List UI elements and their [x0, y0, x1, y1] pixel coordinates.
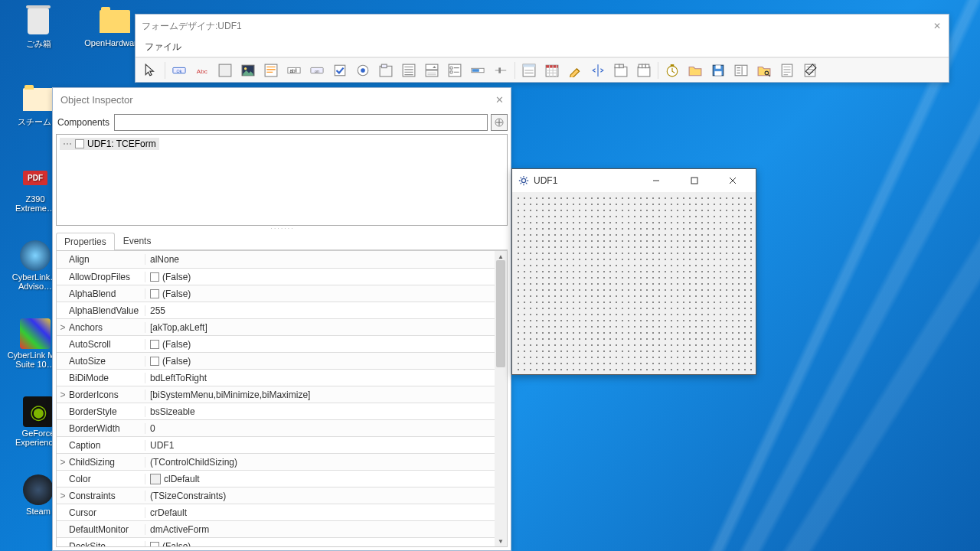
property-row[interactable]: ColorclDefault	[57, 470, 495, 487]
form-designer-title: フォームデザイナ:UDF1	[142, 20, 242, 33]
findfile-component-icon[interactable]	[753, 60, 775, 80]
property-row[interactable]: >BorderIcons[biSystemMenu,biMinimize,biM…	[57, 386, 495, 403]
combobox-component-icon[interactable]	[421, 60, 443, 80]
property-value[interactable]: 0	[145, 423, 495, 434]
property-value[interactable]: clDefault	[145, 474, 495, 484]
property-row[interactable]: BorderWidth0	[57, 419, 495, 436]
preview-form-canvas[interactable]	[515, 195, 753, 371]
property-row[interactable]: AlphaBlend(False)	[57, 285, 495, 302]
tabcontrol-component-icon[interactable]	[633, 60, 655, 80]
expand-icon[interactable]: >	[57, 491, 69, 501]
property-value[interactable]: bdLeftToRight	[145, 373, 495, 383]
label-component-icon[interactable]: Abc	[191, 60, 213, 80]
togglebox-component-icon[interactable]: on	[306, 60, 328, 80]
property-row[interactable]: >Constraints(TSizeConstraints)	[57, 487, 495, 504]
property-row[interactable]: DefaultMonitordmActiveForm	[57, 520, 495, 537]
panel-component-icon[interactable]	[214, 60, 236, 80]
calendar-component-icon[interactable]	[541, 60, 563, 80]
property-row[interactable]: >ChildSizing(TControlChildSizing)	[57, 453, 495, 470]
object-inspector-titlebar[interactable]: Object Inspector ✕	[53, 88, 511, 111]
groupbox-component-icon[interactable]	[375, 60, 397, 80]
property-value[interactable]: (TSizeConstraints)	[145, 491, 495, 501]
tab-properties[interactable]: Properties	[56, 233, 115, 250]
property-value[interactable]: UDF1	[145, 440, 495, 451]
savedialog-component-icon[interactable]	[707, 60, 729, 80]
scrollbar[interactable]: ▲ ▼	[495, 251, 507, 546]
property-row[interactable]: AutoSize(False)	[57, 352, 495, 369]
property-row[interactable]: >Anchors[akTop,akLeft]	[57, 318, 495, 335]
property-row[interactable]: AutoScroll(False)	[57, 335, 495, 352]
property-value[interactable]: alNone	[145, 254, 495, 265]
property-value[interactable]: [akTop,akLeft]	[145, 322, 495, 333]
expand-icon[interactable]: >	[57, 390, 69, 400]
pointer-tool-icon[interactable]	[140, 60, 162, 80]
property-value[interactable]: (False)	[145, 272, 495, 282]
checkbox-icon[interactable]	[150, 357, 159, 366]
color-swatch[interactable]	[150, 474, 161, 484]
listview-component-icon[interactable]	[518, 60, 540, 80]
property-value[interactable]: (False)	[145, 339, 495, 350]
property-row[interactable]: AlphaBlendValue255	[57, 302, 495, 318]
tab-events[interactable]: Events	[115, 232, 160, 249]
close-button[interactable]: ✕	[929, 18, 946, 34]
property-value[interactable]: 255	[145, 305, 495, 316]
close-button[interactable]	[716, 170, 750, 191]
listbox-component-icon[interactable]	[398, 60, 420, 80]
desktop-icon-recycle-bin[interactable]: ごみ箱	[8, 6, 69, 50]
property-value-text: crDefault	[150, 507, 187, 518]
edit-component-icon[interactable]: ab	[283, 60, 305, 80]
image-component-icon[interactable]	[237, 60, 259, 80]
expand-icon[interactable]: >	[57, 457, 69, 468]
property-value[interactable]: (False)	[145, 289, 495, 299]
checkbox-icon[interactable]	[150, 340, 159, 349]
radiogroup-component-icon[interactable]	[444, 60, 466, 80]
property-row[interactable]: BiDiModebdLeftToRight	[57, 369, 495, 386]
property-value[interactable]: (False)	[145, 541, 495, 548]
property-row[interactable]: BorderStylebsSizeable	[57, 403, 495, 419]
property-row[interactable]: CursorcrDefault	[57, 504, 495, 520]
progressbar-component-icon[interactable]	[467, 60, 488, 80]
splitter-component-icon[interactable]	[587, 60, 609, 80]
timer-component-icon[interactable]	[662, 60, 683, 80]
form-designer-titlebar[interactable]: フォームデザイナ:UDF1 ✕	[136, 15, 949, 37]
checkbox-icon[interactable]	[150, 272, 159, 282]
menu-file[interactable]: ファイル	[140, 39, 186, 55]
checkbox-icon[interactable]	[150, 542, 159, 548]
property-value[interactable]: dmActiveForm	[145, 524, 495, 535]
pagecontrol-component-icon[interactable]	[610, 60, 632, 80]
property-value[interactable]: (False)	[145, 356, 495, 367]
selectdir-component-icon[interactable]	[730, 60, 752, 80]
minimize-button[interactable]	[639, 170, 673, 191]
expand-icon[interactable]: >	[57, 322, 69, 333]
components-browse-button[interactable]	[491, 114, 508, 131]
paintbox-component-icon[interactable]	[564, 60, 586, 80]
property-value[interactable]: crDefault	[145, 507, 495, 518]
splitter-handle[interactable]: · · · · · · ·	[53, 226, 511, 232]
preview-form-window[interactable]: UDF1	[511, 168, 756, 375]
checkbox-icon[interactable]	[150, 289, 159, 298]
preview-titlebar[interactable]: UDF1	[512, 169, 756, 192]
maximize-button[interactable]	[678, 170, 711, 191]
property-row[interactable]: DockSite(False)	[57, 537, 495, 547]
property-name: AutoScroll	[69, 339, 145, 350]
radio-component-icon[interactable]	[352, 60, 374, 80]
memo-component-icon[interactable]	[260, 60, 282, 80]
property-value[interactable]: bsSizeable	[145, 406, 495, 417]
checkbox-component-icon[interactable]	[329, 60, 351, 80]
opendialog-component-icon[interactable]	[684, 60, 706, 80]
property-value[interactable]: [biSystemMenu,biMinimize,biMaximize]	[145, 390, 495, 400]
scrollbar-thumb[interactable]	[496, 260, 505, 367]
tree-root-node[interactable]: ⋯ UDF1: TCEForm	[60, 138, 159, 150]
property-value[interactable]: (TControlChildSizing)	[145, 457, 495, 468]
trackbar-component-icon[interactable]	[490, 60, 511, 80]
structure-component-icon[interactable]	[799, 60, 821, 80]
components-combo[interactable]	[114, 114, 488, 131]
property-row[interactable]: CaptionUDF1	[57, 436, 495, 453]
scroll-down-icon[interactable]: ▼	[495, 536, 507, 546]
close-button[interactable]: ✕	[491, 91, 508, 108]
property-row[interactable]: AlignalNone	[57, 251, 495, 268]
component-tree[interactable]: ⋯ UDF1: TCEForm	[56, 134, 508, 226]
property-row[interactable]: AllowDropFiles(False)	[57, 268, 495, 285]
xml-component-icon[interactable]	[776, 60, 798, 80]
button-component-icon[interactable]: Ok	[168, 60, 190, 80]
